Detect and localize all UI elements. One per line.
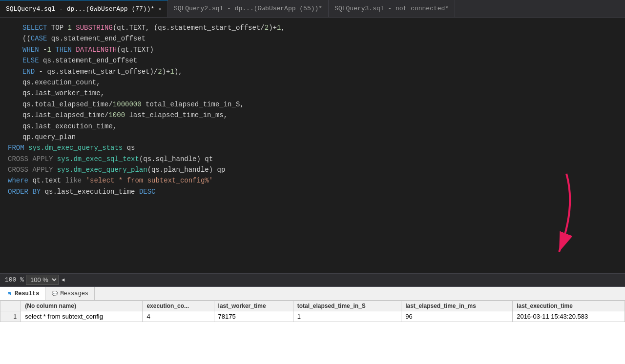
code-line: ELSE qs.statement_end_offset [8, 55, 617, 66]
row-num-header [0, 301, 21, 311]
results-tabs: ⊞ Results 💬 Messages [0, 287, 625, 301]
tab-label: SQLQuery2.sql - dp...(GwbUserApp (55))* [174, 5, 322, 12]
tab-sqlquery2[interactable]: SQLQuery2.sql - dp...(GwbUserApp (55))* [168, 0, 329, 17]
tab-messages[interactable]: 💬 Messages [45, 287, 95, 300]
table-cell-3: 1 [293, 311, 401, 322]
code-line: SELECT TOP 1 SUBSTRING(qt.TEXT, (qs.stat… [8, 22, 617, 33]
tab-results[interactable]: ⊞ Results [0, 287, 45, 300]
code-line: END - qs.statement_start_offset)/2)+1), [8, 66, 617, 77]
status-bar: 100 % 100 % 75 % 125 % 150 % ◄ [0, 273, 625, 286]
table-cell-1: 4 [143, 311, 214, 322]
zoom-selector[interactable]: 100 % 100 % 75 % 125 % 150 % [5, 275, 59, 285]
code-line: qs.last_elapsed_time/1000 last_elapsed_t… [8, 110, 617, 121]
results-table: (No column name) execution_co... last_wo… [0, 301, 625, 322]
results-table-wrapper: (No column name) execution_co... last_wo… [0, 301, 625, 364]
table-cell-0: select * from subtext_config [21, 311, 143, 322]
code-line: CROSS APPLY sys.dm_exec_sql_text(qs.sql_… [8, 154, 617, 164]
tab-sqlquery4[interactable]: SQLQuery4.sql - dp...(GwbUserApp (77))* … [0, 0, 168, 17]
col-header-5: last_execution_time [513, 301, 625, 311]
code-line: CROSS APPLY sys.dm_exec_query_plan(qs.pl… [8, 164, 617, 175]
col-header-0: (No column name) [21, 301, 143, 311]
zoom-dropdown[interactable]: 100 % 75 % 125 % 150 % [26, 275, 59, 285]
code-line: qs.execution_count, [8, 77, 617, 88]
code-lines: SELECT TOP 1 SUBSTRING(qt.TEXT, (qs.stat… [0, 22, 625, 197]
col-header-4: last_elapsed_time_in_ms [401, 301, 513, 311]
messages-icon: 💬 [51, 290, 58, 297]
results-tab-label: Results [15, 290, 39, 297]
editor-area: SELECT TOP 1 SUBSTRING(qt.TEXT, (qs.stat… [0, 18, 625, 273]
code-line: qp.query_plan [8, 132, 617, 142]
table-cell-5: 2016-03-11 15:43:20.583 [513, 311, 625, 322]
code-line: where qt.text like 'select * from subtex… [8, 175, 617, 186]
tab-label: SQLQuery4.sql - dp...(GwbUserApp (77))* [6, 5, 154, 13]
results-grid-icon: ⊞ [6, 290, 13, 297]
table-header-row: (No column name) execution_co... last_wo… [0, 301, 625, 311]
tab-sqlquery3[interactable]: SQLQuery3.sql - not connected* [329, 0, 455, 17]
table-row: 1select * from subtext_config47817519620… [0, 311, 625, 322]
table-cell-4: 96 [401, 311, 513, 322]
scroll-left-arrow[interactable]: ◄ [62, 277, 65, 283]
code-line: qs.last_execution_time, [8, 121, 617, 132]
row-number: 1 [0, 311, 21, 322]
code-line: ORDER BY qs.last_execution_time DESC [8, 186, 617, 197]
zoom-label: 100 % [5, 276, 24, 283]
table-cell-2: 78175 [214, 311, 293, 322]
tab-bar: SQLQuery4.sql - dp...(GwbUserApp (77))* … [0, 0, 625, 18]
messages-tab-label: Messages [60, 290, 88, 297]
col-header-2: last_worker_time [214, 301, 293, 311]
code-line: FROM sys.dm_exec_query_stats qs [8, 142, 617, 153]
tab-close-icon[interactable]: ✕ [158, 6, 162, 12]
col-header-1: execution_co... [143, 301, 214, 311]
col-header-3: total_elapsed_time_in_S [293, 301, 401, 311]
tab-label: SQLQuery3.sql - not connected* [334, 5, 449, 12]
code-line: ((CASE qs.statement_end_offset [8, 33, 617, 44]
code-line: qs.total_elapsed_time/1000000 total_elap… [8, 99, 617, 110]
results-panel: ⊞ Results 💬 Messages (No column name) ex… [0, 286, 625, 364]
code-line: qs.last_worker_time, [8, 88, 617, 99]
code-line: WHEN -1 THEN DATALENGTH(qt.TEXT) [8, 44, 617, 55]
